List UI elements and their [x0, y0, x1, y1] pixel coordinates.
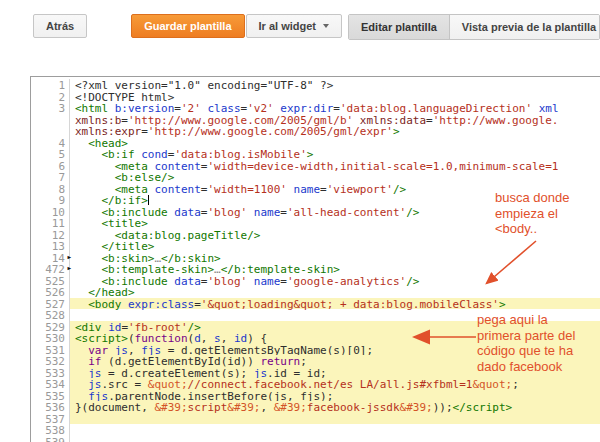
line-number: 8: [31, 183, 70, 195]
preview-template-button[interactable]: Vista previa de la plantilla: [449, 15, 600, 39]
line-number: 539: [31, 436, 70, 442]
code-text: <body expr:class='&quot;loading&quot; + …: [70, 298, 600, 310]
code-text: <html b:version='2' class='v2' expr:dir=…: [70, 102, 600, 114]
code-text: [70, 436, 600, 442]
annotation-line: primera parte del: [477, 328, 575, 344]
arrow-left-icon: [406, 326, 486, 348]
text-cursor: [148, 195, 149, 205]
code-line: 2<!DOCTYPE html>: [31, 91, 600, 103]
line-number: 3: [31, 102, 70, 114]
line-number: 538: [31, 424, 70, 436]
code-line: 536}(document, &#39;script&#39;, &#39;fa…: [31, 401, 600, 413]
annotation-paste-facebook-code: pega aqui la primera parte del código qu…: [477, 312, 575, 374]
annotation-line: pega aqui la: [477, 312, 575, 328]
annotation-find-body: busca donde empieza el <body..: [495, 190, 569, 237]
line-number: [31, 125, 70, 137]
line-number: 472▶: [31, 263, 70, 275]
annotation-line: empieza el: [495, 206, 569, 222]
blogger-template-editor: Atrás Guardar plantilla Ir al widget Edi…: [0, 0, 600, 442]
annotation-line: <body..: [495, 221, 569, 237]
line-number: 7: [31, 171, 70, 183]
line-number: [31, 114, 70, 126]
code-text: <b:if cond='data:blog.isMobile'>: [70, 148, 600, 160]
line-number: 535: [31, 390, 70, 402]
code-line: 527 <body expr:class='&quot;loading&quot…: [31, 298, 600, 310]
code-text: <b:else/>: [70, 171, 600, 183]
line-number: 531: [31, 344, 70, 356]
line-number: 14▶: [31, 252, 70, 264]
annotation-line: código que te ha: [477, 343, 575, 359]
code-line: xmlns:expr='http://www.google.com/2005/g…: [31, 125, 600, 137]
code-line: 5 <b:if cond='data:blog.isMobile'>: [31, 148, 600, 160]
line-number: 529: [31, 321, 70, 333]
line-number: 537: [31, 413, 70, 425]
code-text: fjs.parentNode.insertBefore(js, fjs);: [70, 390, 600, 402]
line-number: 536: [31, 401, 70, 413]
code-line: 538: [31, 424, 600, 436]
dropdown-caret-icon: [323, 24, 329, 28]
code-line: xmlns:b='http://www.google.com/2005/gml/…: [31, 114, 600, 126]
code-text: [70, 424, 600, 436]
edit-template-button[interactable]: Editar plantilla: [349, 15, 449, 39]
code-line: 6 <meta content='width=device-width,init…: [31, 160, 600, 172]
line-number: 530: [31, 332, 70, 344]
arrow-down-left-icon: [470, 236, 550, 298]
code-line: 3<html b:version='2' class='v2' expr:dir…: [31, 102, 600, 114]
line-number: 2: [31, 91, 70, 103]
code-text: <meta content='width=device-width,initia…: [70, 160, 600, 172]
code-text: <!DOCTYPE html>: [70, 91, 600, 103]
line-number: 526: [31, 286, 70, 298]
code-text: [70, 413, 600, 425]
line-number: 4: [31, 137, 70, 149]
save-widget-group: Guardar plantilla Ir al widget: [131, 14, 342, 38]
line-number: 525: [31, 275, 70, 287]
toolbar: Atrás Guardar plantilla Ir al widget Edi…: [0, 14, 600, 40]
line-number: 13: [31, 240, 70, 252]
code-text: xmlns:b='http://www.google.com/2005/gml/…: [70, 114, 600, 126]
save-template-button[interactable]: Guardar plantilla: [131, 14, 244, 38]
fold-marker-icon[interactable]: ▶: [67, 253, 71, 260]
annotation-line: busca donde: [495, 190, 569, 206]
code-line: 4 <head>: [31, 137, 600, 149]
code-line: 539: [31, 436, 600, 442]
code-text: <?xml version="1.0" encoding="UTF-8" ?>: [70, 79, 600, 91]
line-number: 10: [31, 206, 70, 218]
code-line: 535 fjs.parentNode.insertBefore(js, fjs)…: [31, 390, 600, 402]
line-number: 1: [31, 79, 70, 91]
code-line: 1<?xml version="1.0" encoding="UTF-8" ?>: [31, 79, 600, 91]
line-number: 527: [31, 298, 70, 310]
code-text: <head>: [70, 137, 600, 149]
code-text: js.src = &quot;//connect.facebook.net/es…: [70, 378, 600, 390]
line-number: 533: [31, 367, 70, 379]
line-number: 9: [31, 194, 70, 206]
line-number: 12: [31, 229, 70, 241]
edit-preview-group: Editar plantilla Vista previa de la plan…: [348, 14, 600, 40]
line-number: 5: [31, 148, 70, 160]
go-to-widget-button[interactable]: Ir al widget: [246, 14, 342, 38]
code-text: xmlns:expr='http://www.google.com/2005/g…: [70, 125, 600, 137]
line-number: 528: [31, 309, 70, 321]
fold-marker-icon[interactable]: ▶: [67, 264, 71, 271]
code-line: 7 <b:else/>: [31, 171, 600, 183]
line-number: 534: [31, 378, 70, 390]
go-to-widget-label: Ir al widget: [259, 20, 316, 32]
back-button[interactable]: Atrás: [33, 14, 87, 38]
line-number: 532: [31, 355, 70, 367]
annotation-line: dado facebook: [477, 359, 575, 375]
code-line: 534 js.src = &quot;//connect.facebook.ne…: [31, 378, 600, 390]
code-line: 537: [31, 413, 600, 425]
line-number: 11: [31, 217, 70, 229]
line-number: 6: [31, 160, 70, 172]
code-text: }(document, &#39;script&#39;, &#39;faceb…: [70, 401, 600, 413]
